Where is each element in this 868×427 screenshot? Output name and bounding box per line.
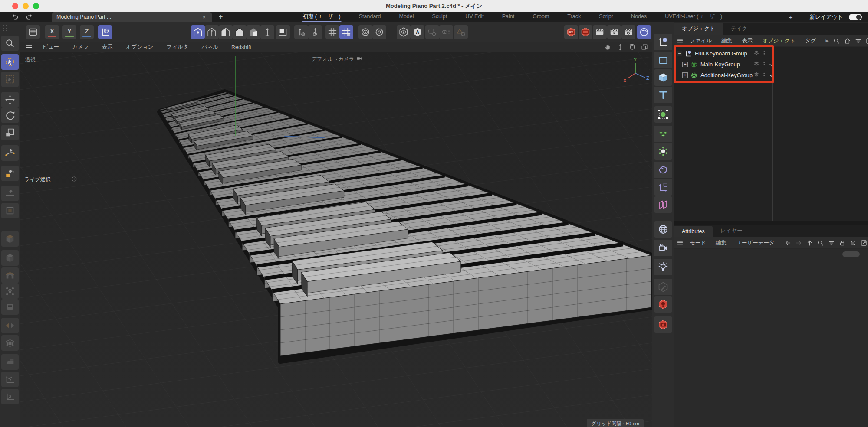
object-manager-menu-表示[interactable]: 表示 bbox=[742, 37, 753, 45]
polygon-pen-tool-button[interactable] bbox=[1, 299, 19, 315]
orbit-icon[interactable] bbox=[628, 43, 636, 51]
coordinate-system-button[interactable] bbox=[98, 25, 112, 39]
layout-tab-paint[interactable]: Paint bbox=[501, 13, 516, 21]
auto-switch-mode-button[interactable]: A bbox=[411, 25, 424, 39]
sky-environment-button[interactable] bbox=[654, 221, 672, 238]
viewport-menu-フィルタ[interactable]: フィルタ bbox=[166, 43, 188, 51]
quantize-toggle-button[interactable] bbox=[326, 25, 339, 39]
arrow-up-icon[interactable] bbox=[806, 239, 813, 247]
object-tree-row-full-keyboard-group[interactable]: −Full-Keyboard Group bbox=[674, 48, 868, 59]
object-tree-row-additional-keygroup[interactable]: +Additional-KeyGroup bbox=[674, 70, 868, 81]
attributes-menu-ユーザーデータ[interactable]: ユーザーデータ bbox=[736, 239, 775, 247]
arrow-right-icon[interactable] bbox=[795, 239, 802, 247]
modeling-rings-button[interactable] bbox=[358, 25, 372, 39]
expand-toggle-icon[interactable]: + bbox=[682, 72, 688, 78]
view-visibility-button[interactable] bbox=[397, 25, 411, 39]
attributes-menu-icon[interactable] bbox=[677, 239, 684, 246]
palette-grip[interactable] bbox=[3, 24, 9, 33]
text-object-button[interactable] bbox=[654, 87, 672, 103]
render-to-picture-viewer-button[interactable] bbox=[593, 25, 607, 39]
viewport-menu-ビュー[interactable]: ビュー bbox=[43, 43, 59, 51]
solid-tool-button[interactable] bbox=[1, 250, 19, 266]
layout-tab-uvedit-user-[interactable]: UVEdit-User (ユーザー) bbox=[664, 12, 723, 22]
texture-mode-button[interactable] bbox=[247, 25, 260, 39]
rotate-tool-button[interactable] bbox=[1, 108, 19, 123]
light-object-button[interactable] bbox=[654, 259, 672, 275]
spline-smooth-tool-button[interactable] bbox=[1, 186, 19, 201]
model-mode-button[interactable] bbox=[191, 25, 205, 39]
snap-settings-button[interactable] bbox=[308, 25, 322, 39]
bend-deformer-button[interactable] bbox=[654, 196, 672, 213]
lock-icon[interactable] bbox=[838, 239, 846, 247]
layout-tab-nodes[interactable]: Nodes bbox=[630, 13, 648, 21]
scatter-tool-button[interactable] bbox=[1, 372, 19, 387]
axis-lock-x-button[interactable]: X bbox=[45, 25, 59, 39]
layout-tab-uv-edit[interactable]: UV Edit bbox=[464, 13, 484, 21]
bridge-tool-button[interactable] bbox=[1, 267, 19, 283]
volume-object-button[interactable] bbox=[654, 162, 672, 178]
attributes-menu-編集[interactable]: 編集 bbox=[716, 239, 727, 247]
viewport-menu-Redshift[interactable]: Redshift bbox=[231, 44, 251, 50]
projection-label[interactable]: 透視 bbox=[25, 56, 36, 63]
om-home-icon[interactable] bbox=[844, 37, 851, 45]
layout-tab-script[interactable]: Script bbox=[598, 13, 614, 21]
camera-label[interactable]: デフォルトカメラ bbox=[312, 55, 362, 63]
new-layout-button[interactable]: 新レイアウト bbox=[810, 13, 843, 21]
om-search-icon[interactable] bbox=[833, 37, 840, 45]
axis-lock-z-button[interactable]: Z bbox=[80, 25, 94, 39]
attributes-tab-Attributes[interactable]: Attributes bbox=[674, 226, 713, 237]
layout-tab-standard[interactable]: Standard bbox=[358, 13, 382, 21]
render-settings-button[interactable] bbox=[621, 25, 635, 39]
isolate-tool-button[interactable] bbox=[425, 25, 439, 39]
object-tree-row-main-keygroup[interactable]: +Main-KeyGroup bbox=[674, 59, 868, 70]
object-manager-menu-ファイル[interactable]: ファイル bbox=[690, 37, 712, 45]
attributes-menu-モード[interactable]: モード bbox=[690, 239, 706, 247]
layout-tab-sculpt[interactable]: Sculpt bbox=[431, 13, 448, 21]
toggle-view-icon[interactable] bbox=[641, 43, 648, 51]
close-tab-icon[interactable]: × bbox=[201, 14, 207, 20]
scale-tool-button[interactable] bbox=[1, 125, 19, 140]
visibility-dots-icon[interactable] bbox=[761, 60, 768, 68]
material-editor-button[interactable] bbox=[654, 279, 672, 295]
viewport-menu-カメラ[interactable]: カメラ bbox=[72, 43, 89, 51]
layer-icon[interactable] bbox=[753, 49, 760, 58]
edges-mode-button[interactable] bbox=[219, 25, 233, 39]
viewport-menu-オプション[interactable]: オプション bbox=[125, 43, 153, 51]
viewport-zoom-tool-button[interactable] bbox=[1, 36, 19, 51]
layout-tab--[interactable]: 初期 (ユーザー) bbox=[302, 12, 341, 22]
object-manager-menu-more[interactable]: ▶ bbox=[826, 39, 829, 43]
object-manager-menu-タグ[interactable]: タグ bbox=[805, 37, 816, 45]
layout-tab-track[interactable]: Track bbox=[566, 13, 582, 21]
layout-tab-groom[interactable]: Groom bbox=[532, 13, 550, 21]
render-view-button[interactable] bbox=[579, 25, 592, 39]
cube-primitive-button[interactable] bbox=[654, 69, 672, 86]
modeling-gear-button[interactable] bbox=[372, 25, 386, 39]
enable-axis-modify-button[interactable] bbox=[294, 25, 308, 39]
array-generator-button[interactable] bbox=[654, 126, 672, 142]
axis-workplane-tool-button[interactable] bbox=[1, 389, 19, 404]
workplane-mode-button[interactable] bbox=[276, 25, 290, 39]
layer-icon[interactable] bbox=[753, 60, 760, 68]
redshift-light-button[interactable] bbox=[654, 296, 672, 313]
object-manager-tab-オブジェクト[interactable]: オブジェクト bbox=[674, 23, 723, 35]
om-filter-icon[interactable] bbox=[855, 37, 862, 45]
om-search-icon[interactable] bbox=[817, 239, 824, 247]
expand-toggle-icon[interactable]: + bbox=[682, 62, 688, 67]
polygons-mode-button[interactable] bbox=[233, 25, 247, 39]
slice-tool-button[interactable] bbox=[1, 335, 19, 351]
attributes-tab-レイヤー[interactable]: レイヤー bbox=[713, 225, 750, 237]
zoom-updown-icon[interactable] bbox=[616, 43, 624, 51]
expand-toggle-icon[interactable]: − bbox=[677, 51, 682, 56]
viewport-menu-パネル[interactable]: パネル bbox=[202, 43, 218, 51]
deformer-object-button[interactable] bbox=[654, 106, 672, 123]
modeling-object-button[interactable] bbox=[654, 179, 672, 196]
target-icon[interactable] bbox=[849, 239, 857, 247]
om-popout-icon[interactable] bbox=[860, 239, 868, 247]
iron-tool-button[interactable] bbox=[1, 354, 19, 370]
camera-object-button[interactable] bbox=[654, 240, 672, 256]
object-manager-menu-icon[interactable] bbox=[677, 37, 684, 44]
redo-button[interactable] bbox=[25, 13, 33, 21]
points-mode-button[interactable] bbox=[205, 25, 219, 39]
null-object-button[interactable] bbox=[654, 34, 672, 50]
add-document-tab-button[interactable]: + bbox=[219, 13, 223, 21]
